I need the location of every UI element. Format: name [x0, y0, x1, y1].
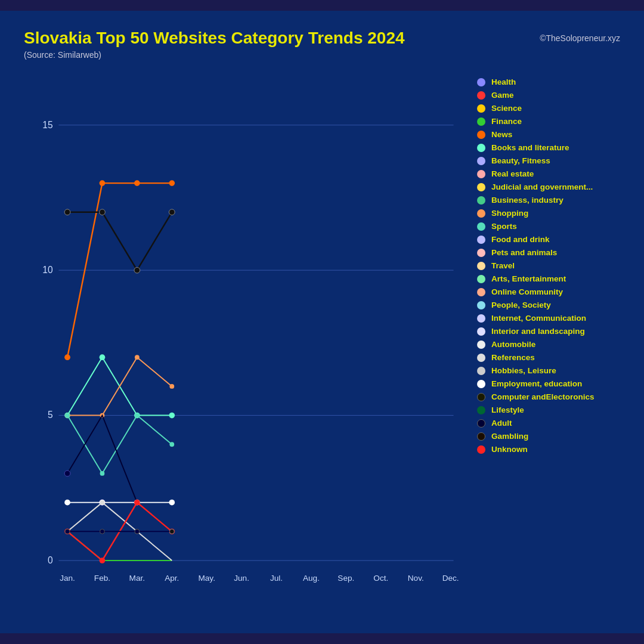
legend-label: Judicial and government...: [491, 182, 593, 191]
svg-point-26: [134, 267, 140, 273]
svg-point-58: [169, 529, 174, 534]
legend-item: Shopping: [477, 209, 620, 218]
svg-point-31: [169, 413, 175, 419]
legend-label: Real estate: [491, 169, 534, 178]
legend-label: Hobbies, Leisure: [491, 366, 556, 375]
legend-label: Gambling: [491, 432, 528, 441]
svg-text:Sep.: Sep.: [338, 574, 354, 583]
legend-dot: [477, 157, 485, 165]
svg-point-22: [134, 180, 140, 186]
legend-label: Employment, education: [491, 379, 582, 388]
svg-text:Feb.: Feb.: [94, 574, 110, 583]
bottom-bar: [0, 633, 644, 644]
svg-point-36: [65, 413, 70, 418]
svg-point-37: [100, 471, 105, 476]
legend-label: News: [491, 130, 512, 139]
legend-dot: [477, 314, 485, 323]
svg-point-25: [100, 209, 106, 215]
svg-point-38: [135, 413, 140, 418]
legend-dot: [477, 354, 485, 362]
legend-item: Books and literature: [477, 143, 620, 152]
svg-text:May.: May.: [198, 574, 215, 583]
legend-label: Food and drink: [491, 235, 550, 244]
svg-point-29: [100, 354, 106, 360]
svg-text:Jan.: Jan.: [60, 574, 75, 583]
legend-dot: [477, 170, 485, 178]
legend-dot: [477, 117, 485, 126]
legend-label: Adult: [491, 419, 512, 428]
legend-label: Business, industry: [491, 196, 564, 205]
legend-dot: [477, 301, 485, 309]
legend-item: Hobbies, Leisure: [477, 366, 620, 375]
legend-item: Science: [477, 104, 620, 113]
svg-point-23: [169, 180, 175, 186]
legend-label: Online Community: [491, 287, 563, 296]
legend-item: Adult: [477, 419, 620, 428]
legend-dot: [477, 380, 485, 388]
legend-dot: [477, 222, 485, 231]
svg-point-42: [64, 500, 70, 506]
svg-point-56: [100, 529, 105, 534]
legend-dot: [477, 196, 485, 205]
legend-dot: [477, 406, 485, 414]
legend-item: Health: [477, 78, 620, 86]
svg-text:Jun.: Jun.: [234, 574, 249, 583]
legend-label: People, Society: [491, 301, 551, 309]
legend-item: Online Community: [477, 287, 620, 296]
svg-point-39: [169, 442, 174, 447]
legend-dot: [477, 288, 485, 296]
svg-point-35: [169, 384, 174, 389]
legend-label: Internet, Communication: [491, 314, 586, 323]
legend-item: Game: [477, 91, 620, 100]
svg-point-55: [65, 529, 70, 534]
legend-label: Arts, Entertainment: [491, 274, 566, 283]
legend-item: Business, industry: [477, 196, 620, 205]
svg-point-20: [64, 354, 70, 360]
legend-item: Interior and landscaping: [477, 327, 620, 336]
legend-item: Real estate: [477, 169, 620, 178]
legend-label: Books and literature: [491, 143, 569, 152]
svg-point-21: [100, 180, 106, 186]
legend-dot: [477, 183, 485, 191]
legend-item: Arts, Entertainment: [477, 274, 620, 283]
legend-label: Sports: [491, 222, 517, 231]
title-block: Slovakia Top 50 Websites Category Trends…: [24, 29, 405, 60]
legend-item: References: [477, 353, 620, 362]
credit: ©TheSolopreneur.xyz: [540, 33, 620, 43]
legend-dot: [477, 419, 485, 428]
svg-point-40: [64, 470, 70, 476]
legend-label: References: [491, 353, 535, 362]
legend-dot: [477, 262, 485, 270]
svg-text:5: 5: [48, 410, 53, 420]
svg-point-34: [135, 355, 140, 360]
svg-text:Jul.: Jul.: [270, 574, 283, 583]
legend-dot: [477, 340, 485, 349]
svg-text:Aug.: Aug.: [303, 574, 320, 583]
legend-label: Computer andElectoronics: [491, 392, 595, 401]
legend-item: Sports: [477, 222, 620, 231]
legend-label: Unknown: [491, 445, 528, 454]
svg-text:Oct.: Oct.: [373, 574, 388, 583]
legend-label: Pets and animals: [491, 248, 557, 257]
svg-text:Apr.: Apr.: [165, 574, 179, 583]
svg-text:Dec.: Dec.: [442, 574, 459, 583]
legend-dot: [477, 209, 485, 218]
legend-dot: [477, 104, 485, 113]
legend-dot: [477, 432, 485, 441]
legend-dot: [477, 78, 485, 86]
legend-dot: [477, 367, 485, 375]
legend-dot: [477, 236, 485, 244]
legend-item: Beauty, Fitness: [477, 156, 620, 165]
legend-label: Travel: [491, 261, 515, 270]
svg-text:Nov.: Nov.: [408, 574, 424, 583]
legend-label: Finance: [491, 117, 522, 126]
legend-item: Pets and animals: [477, 248, 620, 257]
legend-item: Gambling: [477, 432, 620, 441]
legend-dot: [477, 91, 485, 100]
header: Slovakia Top 50 Websites Category Trends…: [24, 29, 620, 60]
legend-dot: [477, 144, 485, 152]
legend-dot: [477, 131, 485, 139]
subtitle: (Source: Similarweb): [24, 50, 405, 60]
svg-point-45: [169, 500, 175, 506]
legend-label: Interior and landscaping: [491, 327, 585, 336]
